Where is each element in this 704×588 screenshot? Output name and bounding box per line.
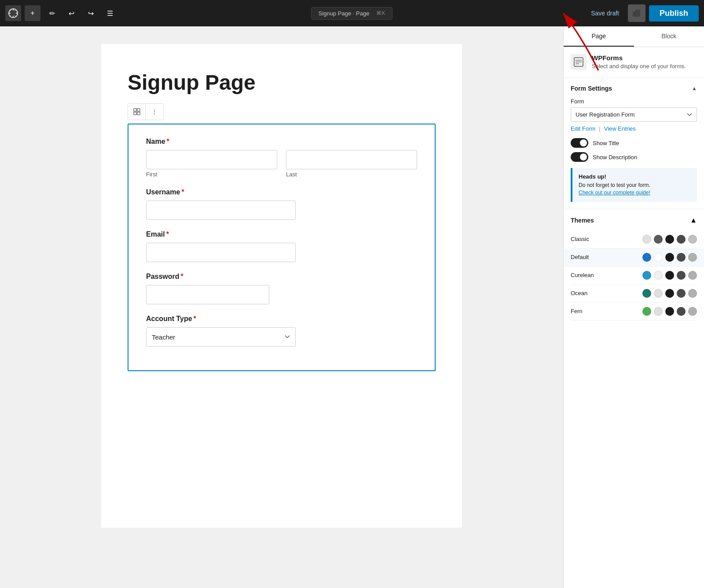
wpforms-description: Select and display one of your forms. (592, 62, 686, 70)
tab-block[interactable]: Block (634, 26, 704, 47)
redo-button[interactable]: ↪ (83, 5, 99, 21)
settings-panel-button[interactable]: ⬛ (628, 4, 645, 22)
edit-form-link[interactable]: Edit Form (571, 125, 595, 132)
svg-rect-3 (137, 109, 140, 111)
info-box: Heads up! Do not forget to test your for… (571, 168, 697, 202)
page-title-bar: Signup Page · Page ⌘K (311, 7, 393, 20)
form-links: Edit Form | View Entries (571, 125, 697, 132)
info-box-link[interactable]: Check out our complete guide! (579, 190, 650, 196)
undo-button[interactable]: ↩ (63, 5, 79, 21)
color-dot (688, 253, 697, 262)
last-sublabel: Last (286, 171, 417, 178)
name-field: Name* First Last (146, 138, 417, 178)
editor-page-title: Signup Page · Page (319, 10, 370, 17)
form-settings-title: Form Settings (571, 85, 612, 92)
sidebar-tabs: Page Block (564, 26, 704, 47)
color-dot (677, 235, 686, 244)
form-select[interactable]: User Registration Form (571, 107, 697, 122)
form-settings-section: Form Settings ▲ Form User Registration F… (564, 78, 704, 209)
color-dot (677, 253, 686, 262)
sidebar: Page Block WPForms Select and display on… (563, 26, 704, 588)
collapse-icon: ▲ (692, 85, 697, 91)
color-dot (642, 235, 651, 244)
theme-row[interactable]: Ocean (571, 285, 697, 303)
email-input[interactable] (146, 243, 296, 262)
theme-colors (642, 271, 697, 280)
password-field: Password* (146, 273, 417, 304)
block-type-button[interactable] (128, 104, 146, 120)
color-dot (665, 271, 674, 280)
info-box-title: Heads up! (579, 173, 691, 180)
first-sublabel: First (146, 171, 277, 178)
form-settings-header[interactable]: Form Settings ▲ (571, 85, 697, 92)
email-label: Email* (146, 230, 417, 238)
form-links-divider: | (599, 125, 600, 132)
show-description-row: Show Description (571, 152, 697, 162)
wpforms-block: WPForms Select and display one of your f… (564, 47, 704, 78)
color-dot (688, 271, 697, 280)
color-dot (688, 235, 697, 244)
color-dot (665, 307, 674, 316)
color-dot (642, 271, 651, 280)
theme-row[interactable]: Classic (571, 230, 697, 248)
color-dot (677, 289, 686, 298)
color-dot (654, 235, 663, 244)
publish-button[interactable]: Publish (649, 5, 699, 22)
account-type-select[interactable]: Teacher (146, 327, 296, 347)
theme-name: Default (571, 254, 589, 260)
theme-row[interactable]: Fern (571, 303, 697, 321)
show-description-toggle[interactable] (571, 152, 588, 162)
save-draft-button[interactable]: Save draft (586, 6, 624, 20)
password-input[interactable] (146, 285, 269, 304)
wpforms-title: WPForms (592, 54, 686, 62)
theme-colors (642, 289, 697, 298)
editor-area: Signup Page ⋮ Name* (0, 26, 563, 588)
svg-rect-5 (137, 112, 140, 115)
color-dot (654, 289, 663, 298)
color-dot (688, 289, 697, 298)
themes-collapse-icon: ▲ (690, 216, 697, 224)
svg-rect-4 (134, 112, 136, 115)
page-heading: Signup Page (128, 70, 436, 95)
name-row: First Last (146, 150, 417, 178)
username-input[interactable] (146, 201, 296, 220)
color-dot (677, 271, 686, 280)
tab-page[interactable]: Page (564, 26, 634, 47)
last-name-input[interactable] (286, 150, 417, 169)
theme-name: Classic (571, 236, 589, 242)
theme-row[interactable]: Default (564, 248, 704, 267)
themes-title: Themes (571, 217, 594, 224)
wp-logo (5, 5, 21, 21)
view-entries-link[interactable]: View Entries (604, 125, 636, 132)
wpforms-info: WPForms Select and display one of your f… (592, 54, 686, 70)
form-select-label: Form (571, 98, 697, 105)
main-layout: Signup Page ⋮ Name* (0, 26, 704, 588)
document-overview-button[interactable]: ☰ (102, 5, 118, 21)
theme-name: Ocean (571, 290, 587, 296)
username-field: Username* (146, 188, 417, 220)
editor-content: Signup Page ⋮ Name* (101, 44, 462, 528)
theme-row[interactable]: Curelean (571, 267, 697, 285)
tools-button[interactable]: ✏ (44, 5, 60, 21)
form-container: Name* First Last (128, 124, 436, 371)
svg-rect-2 (134, 109, 136, 111)
password-required: * (181, 273, 183, 280)
color-dot (642, 289, 651, 298)
add-block-button[interactable]: + (25, 5, 40, 21)
first-name-input[interactable] (146, 150, 277, 169)
theme-name: Fern (571, 308, 583, 314)
color-dot (665, 253, 674, 262)
toolbar-right: Save draft ⬛ Publish (586, 4, 699, 22)
color-dot (688, 307, 697, 316)
keyboard-shortcut: ⌘K (376, 10, 385, 16)
toggles-container: Show Title Show Description (571, 138, 697, 162)
account-type-field: Account Type* Teacher (146, 315, 417, 347)
first-name-col: First (146, 150, 277, 178)
theme-colors (642, 307, 697, 316)
show-title-toggle[interactable] (571, 138, 588, 148)
toolbar-center: Signup Page · Page ⌘K (121, 7, 582, 20)
wpforms-header: WPForms Select and display one of your f… (571, 54, 697, 70)
block-more-options-button[interactable]: ⋮ (146, 104, 163, 120)
email-required: * (166, 230, 169, 238)
email-field: Email* (146, 230, 417, 262)
